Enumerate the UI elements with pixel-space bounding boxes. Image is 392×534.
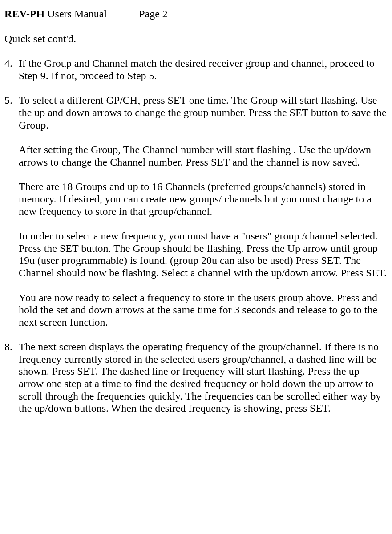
step-8-number: 8. xyxy=(4,341,19,353)
step-5-p5: You are now ready to select a frequency … xyxy=(4,292,388,329)
title-rest: Users Manual xyxy=(44,8,107,20)
step-5-p4: In order to select a new frequency, you … xyxy=(4,230,388,279)
step-4-text: If the Group and Channel match the desir… xyxy=(19,57,387,82)
step-5-p1: To select a different GP/CH, press SET o… xyxy=(19,94,387,131)
step-8: 8.The next screen displays the operating… xyxy=(4,341,388,415)
page-label: Page 2 xyxy=(139,8,168,20)
step-5: 5.To select a different GP/CH, press SET… xyxy=(4,94,388,328)
title-bold: REV-PH xyxy=(4,8,44,20)
step-4: 4.If the Group and Channel match the des… xyxy=(4,57,388,82)
step-4-number: 4. xyxy=(4,57,19,70)
step-8-text: The next screen displays the operating f… xyxy=(19,341,387,415)
page-header: REV-PH Users Manual Page 2 xyxy=(4,8,388,20)
step-5-number: 5. xyxy=(4,94,19,107)
section-title: Quick set cont'd. xyxy=(4,33,388,45)
step-5-p3: There are 18 Groups and up to 16 Channel… xyxy=(4,181,388,218)
step-5-p2: After setting the Group, The Channel num… xyxy=(4,144,388,168)
